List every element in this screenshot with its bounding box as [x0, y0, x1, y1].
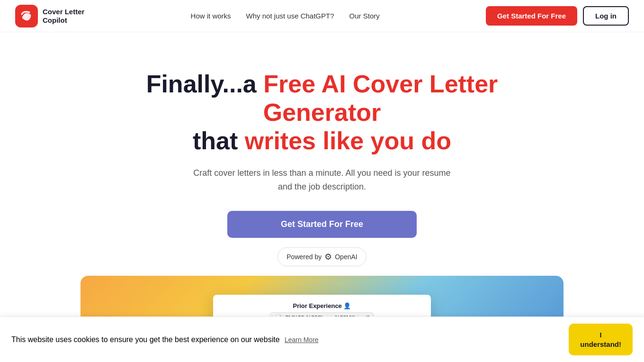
cookie-learn-more-link[interactable]: Learn More — [285, 336, 319, 344]
cookie-accept-button[interactable]: I understand! — [569, 324, 633, 355]
nav-actions: Get Started For Free Log in — [486, 6, 629, 26]
logo-name-line2: Copilot — [43, 16, 84, 25]
hero-get-started-button[interactable]: Get Started For Free — [227, 211, 417, 238]
nav-our-story[interactable]: Our Story — [349, 12, 380, 20]
powered-badge: Powered by ⚙ OpenAI — [277, 247, 366, 266]
logo-icon — [15, 5, 38, 27]
hero-title-line2-highlight: writes like you do — [245, 127, 451, 154]
nav-get-started-button[interactable]: Get Started For Free — [486, 6, 577, 26]
cookie-message: This website uses cookies to ensure you … — [11, 335, 280, 344]
hero-title-highlight: Free AI Cover Letter Generator — [263, 70, 498, 126]
openai-logo-icon: ⚙ — [324, 252, 332, 262]
nav-login-button[interactable]: Log in — [583, 6, 629, 26]
hero-title: Finally...a Free AI Cover Letter Generat… — [109, 70, 535, 155]
cookie-banner: This website uses cookies to ensure you … — [0, 317, 644, 362]
logo-link[interactable]: Cover Letter Copilot — [15, 5, 84, 27]
nav-how-it-works[interactable]: How it works — [191, 12, 231, 20]
cookie-message-area: This website uses cookies to ensure you … — [11, 335, 319, 344]
nav-links: How it works Why not just use ChatGPT? O… — [191, 12, 380, 20]
logo-name-line1: Cover Letter — [43, 8, 84, 16]
hero-subtitle: Craft cover letters in less than a minut… — [189, 166, 455, 194]
logo-svg — [19, 9, 34, 24]
logo-text: Cover Letter Copilot — [43, 8, 84, 25]
hero-title-plain: Finally...a — [146, 70, 264, 98]
nav-why-not-chatgpt[interactable]: Why not just use ChatGPT? — [246, 12, 334, 20]
hero-title-line2-plain: that — [193, 127, 245, 154]
powered-label: Powered by — [286, 253, 322, 261]
powered-brand: OpenAI — [335, 253, 357, 261]
card-section-title: Prior Experience 👤 — [221, 302, 423, 309]
navbar: Cover Letter Copilot How it works Why no… — [0, 0, 644, 32]
hero-section: Finally...a Free AI Cover Letter Generat… — [0, 32, 644, 362]
